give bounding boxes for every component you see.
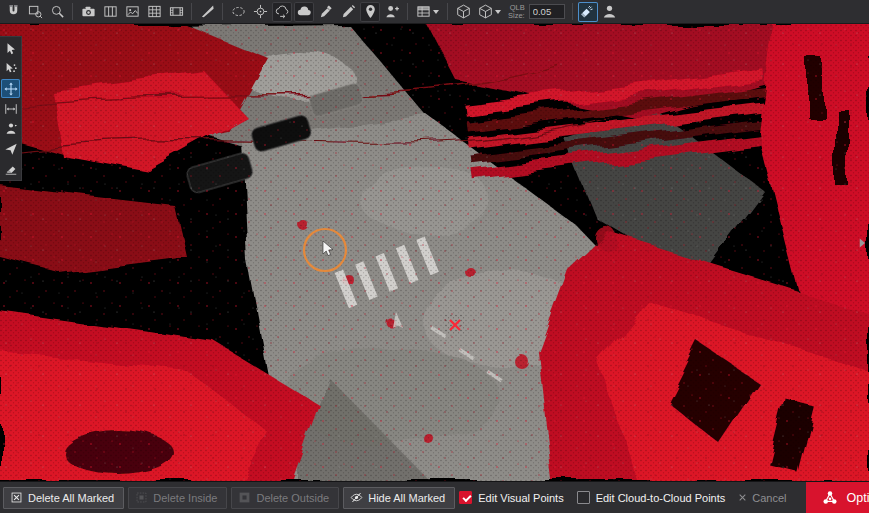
hide-all-marked-label: Hide All Marked (368, 492, 445, 504)
eraser-tool-button[interactable] (1, 159, 20, 178)
close-icon (738, 493, 747, 502)
first-person-view-button[interactable] (1, 119, 20, 138)
qlb-size-input[interactable] (529, 4, 565, 19)
delete-all-marked-button[interactable]: Delete All Marked (3, 487, 124, 509)
toolbar-separator (407, 3, 408, 20)
cloud-sync-button[interactable] (272, 2, 292, 22)
qlb-size-control: QLB Size: (508, 4, 565, 20)
viewport[interactable] (0, 24, 869, 481)
filmstrip-button[interactable] (166, 2, 186, 22)
location-pin-button[interactable] (360, 2, 380, 22)
application-window: QLB Size: (0, 0, 869, 513)
bundle-icon (821, 489, 839, 507)
move-tool-button[interactable] (1, 79, 20, 98)
bottom-toolbar: Delete All Marked Delete Inside Delete O… (0, 481, 869, 513)
delete-marked-icon (10, 491, 23, 504)
person-view-button[interactable] (600, 2, 620, 22)
chevron-down-icon (495, 10, 501, 14)
knife-tool-button[interactable] (197, 2, 217, 22)
delete-outside-button[interactable]: Delete Outside (231, 487, 339, 509)
cancel-label: Cancel (752, 492, 786, 504)
edit-visual-points-label: Edit Visual Points (478, 492, 563, 504)
view-cube-dropdown[interactable] (475, 2, 504, 22)
delete-inside-button[interactable]: Delete Inside (128, 487, 227, 509)
select-tool-button[interactable] (1, 39, 20, 58)
delete-all-marked-label: Delete All Marked (28, 492, 114, 504)
toolbar-separator (191, 3, 192, 20)
camera-button[interactable] (78, 2, 98, 22)
edit-cloud-to-cloud-points-label: Edit Cloud-to-Cloud Points (596, 492, 726, 504)
grid-view-button[interactable] (144, 2, 164, 22)
pick-point-tool-button[interactable] (1, 59, 20, 78)
hide-marked-icon (350, 491, 363, 504)
magnet-snap-button[interactable] (3, 2, 23, 22)
left-toolbar (0, 36, 22, 181)
cancel-button[interactable]: Cancel (738, 492, 786, 504)
checkbox-checked-icon[interactable] (459, 491, 472, 504)
point-cloud-scene[interactable] (0, 24, 869, 481)
bottom-right-controls: Edit Visual Points Edit Cloud-to-Cloud P… (459, 482, 869, 513)
optimize-bundle-button[interactable]: Optimize Bundle (806, 482, 869, 513)
delete-inside-label: Delete Inside (153, 492, 217, 504)
toolbar-separator (447, 3, 448, 20)
edit-visual-points-checkbox[interactable]: Edit Visual Points (459, 491, 563, 504)
zoom-button[interactable] (47, 2, 67, 22)
delete-outside-icon (238, 491, 251, 504)
hide-all-marked-button[interactable]: Hide All Marked (343, 487, 455, 509)
add-person-button[interactable] (382, 2, 402, 22)
ellipse-select-button[interactable] (228, 2, 248, 22)
edit-cloud-to-cloud-points-checkbox[interactable]: Edit Cloud-to-Cloud Points (577, 491, 726, 504)
toolbar-separator (72, 3, 73, 20)
flashlight-tool-button[interactable] (578, 2, 598, 22)
qlb-label-line2: Size: (508, 12, 525, 20)
measure-tool-button[interactable] (1, 99, 20, 118)
toolbar-separator (222, 3, 223, 20)
delete-outside-label: Delete Outside (256, 492, 329, 504)
expand-panel-chevron[interactable] (856, 236, 868, 252)
split-view-button[interactable] (100, 2, 120, 22)
image-view-button[interactable] (122, 2, 142, 22)
color-picker-button[interactable] (316, 2, 336, 22)
table-select-dropdown[interactable] (413, 2, 442, 22)
zoom-window-button[interactable] (25, 2, 45, 22)
target-button[interactable] (250, 2, 270, 22)
view-cube-button[interactable] (453, 2, 473, 22)
delete-inside-icon (135, 491, 148, 504)
qlb-size-label: QLB Size: (508, 4, 525, 20)
checkbox-unchecked-icon[interactable] (577, 491, 590, 504)
pencil-button[interactable] (338, 2, 358, 22)
top-toolbar: QLB Size: (0, 0, 869, 24)
chevron-down-icon (433, 10, 439, 14)
toolbar-separator (572, 3, 573, 20)
navigate-tool-button[interactable] (1, 139, 20, 158)
optimize-bundle-label: Optimize Bundle (847, 491, 869, 505)
cloud-button[interactable] (294, 2, 314, 22)
